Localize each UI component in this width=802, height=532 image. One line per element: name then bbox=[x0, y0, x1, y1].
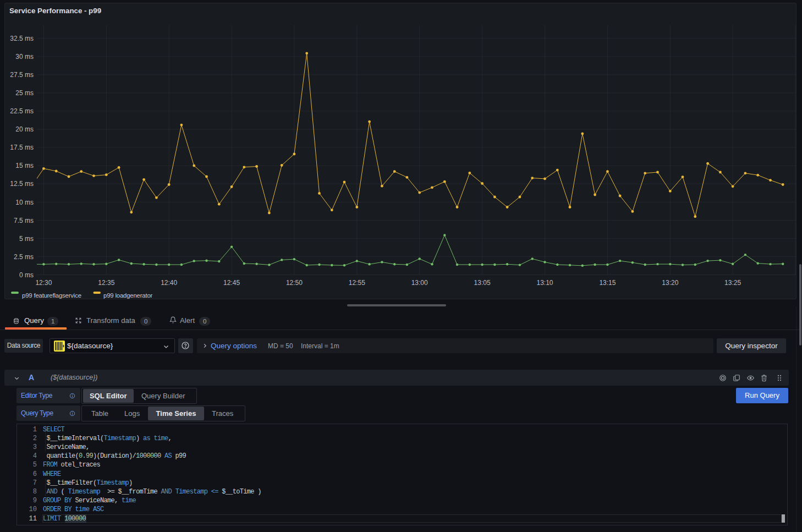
svg-text:12:45: 12:45 bbox=[223, 279, 240, 287]
svg-text:2.5 ms: 2.5 ms bbox=[14, 253, 34, 261]
svg-text:13:10: 13:10 bbox=[536, 279, 553, 287]
svg-text:13:20: 13:20 bbox=[662, 279, 678, 287]
svg-text:10 ms: 10 ms bbox=[15, 199, 34, 206]
svg-text:p99 loadgenerator: p99 loadgenerator bbox=[103, 292, 153, 299]
svg-text:17.5 ms: 17.5 ms bbox=[10, 144, 34, 151]
svg-text:12.5 ms: 12.5 ms bbox=[10, 180, 34, 188]
svg-text:12:35: 12:35 bbox=[98, 279, 114, 287]
svg-text:12:55: 12:55 bbox=[349, 279, 365, 287]
svg-text:32.5 ms: 32.5 ms bbox=[10, 35, 34, 42]
svg-text:0 ms: 0 ms bbox=[19, 271, 34, 279]
svg-text:25 ms: 25 ms bbox=[15, 89, 34, 97]
svg-text:13:05: 13:05 bbox=[474, 279, 491, 287]
svg-text:p99 featureflagservice: p99 featureflagservice bbox=[22, 292, 81, 299]
svg-text:7.5 ms: 7.5 ms bbox=[14, 217, 34, 224]
svg-text:13:25: 13:25 bbox=[724, 279, 741, 287]
svg-text:12:50: 12:50 bbox=[286, 279, 303, 287]
svg-text:13:00: 13:00 bbox=[411, 279, 428, 287]
svg-text:13:15: 13:15 bbox=[599, 279, 616, 287]
svg-text:12:30: 12:30 bbox=[35, 279, 52, 287]
svg-text:12:40: 12:40 bbox=[161, 279, 177, 287]
svg-text:27.5 ms: 27.5 ms bbox=[10, 71, 34, 79]
svg-text:20 ms: 20 ms bbox=[15, 125, 34, 133]
svg-text:5 ms: 5 ms bbox=[19, 235, 34, 243]
svg-text:15 ms: 15 ms bbox=[15, 162, 34, 169]
svg-text:30 ms: 30 ms bbox=[15, 53, 34, 61]
svg-text:22.5 ms: 22.5 ms bbox=[10, 107, 34, 115]
